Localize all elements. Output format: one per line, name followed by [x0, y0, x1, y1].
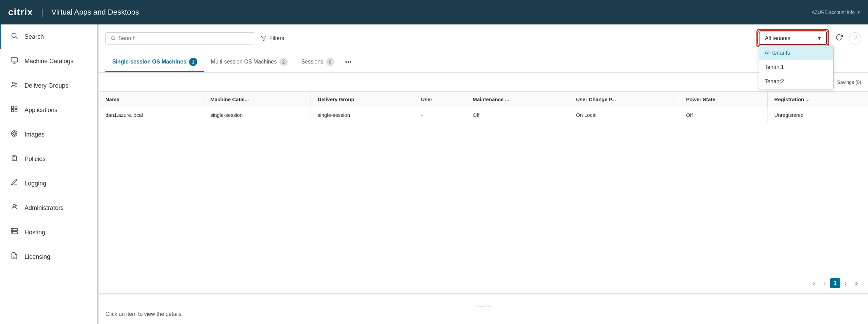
tab-sessions-label: Sessions	[301, 59, 323, 65]
tab-more-button[interactable]: •••	[341, 53, 356, 71]
col-power-state[interactable]: Power State	[679, 92, 767, 107]
tenant-dropdown-button[interactable]: All tenants ▾	[759, 32, 827, 45]
tab-single-session-label: Single-session OS Machines	[112, 59, 186, 65]
toolbar: Filters All tenants ▾ All tenants	[99, 24, 868, 52]
drag-dots: ......	[475, 301, 491, 308]
sidebar-item-logging[interactable]: Logging	[0, 171, 98, 196]
tenant-option-all[interactable]: All tenants	[759, 46, 833, 60]
filter-icon	[261, 35, 267, 41]
search-input[interactable]	[118, 35, 250, 41]
cell-registration: Unregistered	[767, 107, 868, 123]
col-maintenance[interactable]: Maintenance ...	[466, 92, 569, 107]
help-button[interactable]: ?	[849, 32, 861, 44]
col-user[interactable]: User	[414, 92, 466, 107]
col-delivery-group[interactable]: Delivery Group	[311, 92, 414, 107]
details-panel: ...... Click an item to view the details…	[99, 293, 868, 324]
policies-icon	[10, 154, 19, 164]
citrix-text: citrix	[8, 7, 33, 18]
tenant-selected-label: All tenants	[765, 35, 790, 41]
sidebar-item-search[interactable]: Search	[0, 24, 98, 49]
cell-machine-catalog: single-session	[203, 107, 311, 123]
sidebar-item-administrators[interactable]: Administrators	[0, 196, 98, 220]
images-icon	[10, 130, 19, 139]
svg-point-21	[16, 205, 17, 206]
sidebar-label-images: Images	[24, 131, 45, 138]
page-last-button[interactable]: »	[851, 278, 861, 288]
sidebar-item-licensing[interactable]: Licensing	[0, 245, 98, 269]
page-current-button[interactable]: 1	[830, 278, 840, 288]
tab-multi-session-badge: 2	[280, 58, 288, 66]
svg-rect-2	[11, 58, 17, 62]
hosting-icon	[10, 228, 19, 237]
refresh-button[interactable]	[833, 32, 845, 45]
sidebar-label-applications: Applications	[24, 107, 57, 114]
svg-rect-7	[12, 106, 14, 108]
logging-icon	[10, 179, 19, 188]
sidebar-label-delivery-groups: Delivery Groups	[24, 82, 68, 89]
col-user-change-p[interactable]: User Change P...	[569, 92, 679, 107]
machine-catalogs-icon	[10, 56, 19, 66]
licensing-icon	[10, 252, 19, 262]
sidebar-label-logging: Logging	[24, 180, 46, 187]
table-row[interactable]: dan1.azure.local single-session single-s…	[99, 107, 868, 123]
svg-point-12	[13, 132, 15, 134]
svg-line-1	[16, 37, 17, 39]
col-machine-catalog[interactable]: Machine Catal...	[203, 92, 311, 107]
tab-sessions[interactable]: Sessions 0	[295, 52, 341, 72]
cell-user-change-p: On Local	[569, 107, 679, 123]
header-divider: |	[41, 7, 43, 17]
svg-point-6	[15, 83, 17, 84]
details-message: Click an item to view the details.	[105, 311, 183, 317]
sidebar-item-hosting[interactable]: Hosting	[0, 220, 98, 245]
administrators-icon	[10, 203, 19, 213]
toolbar-right: All tenants ▾ All tenants Tenant1 Ten	[756, 29, 861, 47]
svg-point-24	[12, 229, 13, 230]
cell-power-state: Off	[679, 107, 767, 123]
col-name[interactable]: Name ↓	[99, 92, 203, 107]
sidebar-label-licensing: Licensing	[24, 253, 50, 260]
search-icon	[10, 32, 19, 41]
svg-rect-8	[15, 106, 17, 108]
table-toolbar: Savings (0)	[99, 73, 868, 92]
svg-rect-9	[12, 110, 14, 112]
tenant-dropdown-highlight: All tenants ▾ All tenants Tenant1 Ten	[756, 29, 829, 47]
drag-handle[interactable]: ......	[105, 301, 861, 311]
sidebar-item-machine-catalogs[interactable]: Machine Catalogs	[0, 49, 98, 73]
svg-point-25	[12, 232, 13, 233]
cell-user: -	[414, 107, 466, 123]
sidebar-item-policies[interactable]: Policies	[0, 147, 98, 171]
svg-point-20	[13, 204, 15, 207]
sidebar-label-hosting: Hosting	[24, 229, 45, 236]
pagination: « ‹ 1 › »	[99, 273, 868, 293]
sidebar-item-images[interactable]: Images	[0, 122, 98, 147]
tab-single-session[interactable]: Single-session OS Machines 1	[105, 52, 204, 72]
sidebar-item-delivery-groups[interactable]: Delivery Groups	[0, 73, 98, 98]
sidebar-resize-handle[interactable]	[97, 24, 98, 324]
svg-line-29	[114, 39, 115, 40]
svg-rect-10	[15, 110, 17, 112]
page-prev-button[interactable]: ‹	[820, 278, 829, 288]
filters-label: Filters	[269, 35, 284, 41]
account-chevron[interactable]: ▾	[857, 10, 860, 15]
page-first-button[interactable]: «	[809, 278, 819, 288]
table-container: Name ↓ Machine Catal... Delivery Group U…	[99, 92, 868, 273]
header-right: AZURE account info ▾	[812, 10, 860, 15]
page-next-button[interactable]: ›	[841, 278, 850, 288]
tabs-bar: Single-session OS Machines 1 Multi-sessi…	[99, 52, 868, 73]
sidebar-label-administrators: Administrators	[24, 204, 64, 212]
search-box[interactable]	[105, 32, 255, 44]
svg-point-5	[13, 82, 15, 84]
tenant-option-tenant2[interactable]: Tenant2	[759, 74, 833, 89]
sidebar-item-applications[interactable]: Applications	[0, 98, 98, 122]
tenant-dropdown-container: All tenants ▾ All tenants Tenant1 Ten	[759, 32, 827, 45]
tab-sessions-badge: 0	[326, 58, 334, 66]
cell-name: dan1.azure.local	[99, 107, 203, 123]
tenant-option-tenant1[interactable]: Tenant1	[759, 60, 833, 74]
citrix-logo: citrix	[8, 7, 33, 18]
tab-single-session-badge: 1	[189, 58, 197, 66]
tab-multi-session[interactable]: Multi-session OS Machines 2	[204, 52, 295, 72]
col-registration[interactable]: Registration ...	[767, 92, 868, 107]
sidebar: Search Machine Catalogs Delivery Groups …	[0, 24, 99, 324]
filters-button[interactable]: Filters	[261, 35, 284, 41]
table-header-row: Name ↓ Machine Catal... Delivery Group U…	[99, 92, 868, 107]
